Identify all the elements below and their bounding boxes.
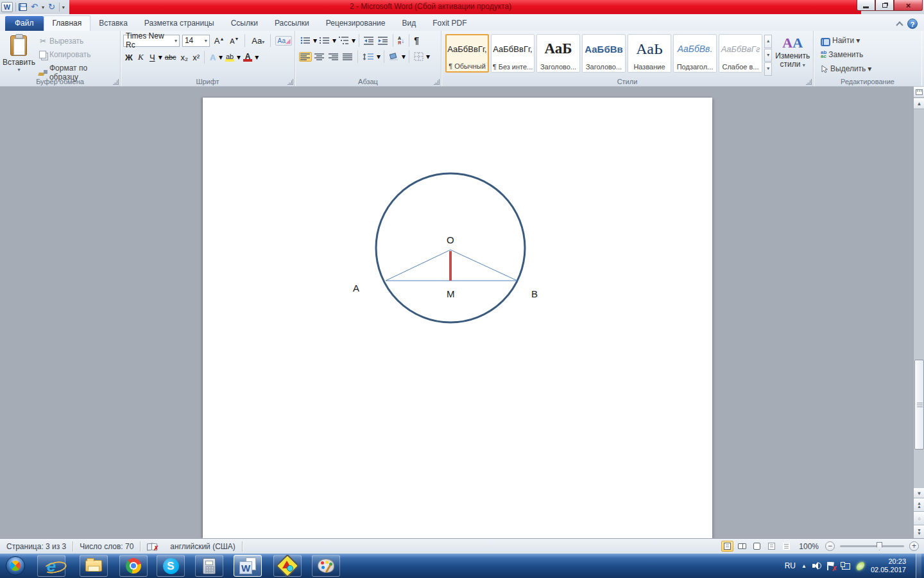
language-indicator[interactable]: английский (США) xyxy=(164,542,241,551)
underline-button[interactable]: Ч xyxy=(147,52,158,63)
style-no-spacing[interactable]: АаБбВвГг, ¶ Без инте... xyxy=(491,34,535,73)
copy-button[interactable]: Копировать xyxy=(37,49,119,60)
styles-scroll-down-icon[interactable]: ▼ xyxy=(764,49,772,62)
style-heading2[interactable]: АаБбВв Заголово... xyxy=(582,34,626,73)
save-icon[interactable] xyxy=(19,3,27,11)
style-heading1[interactable]: АаБ Заголово... xyxy=(536,34,580,73)
text-effects-dropdown-icon[interactable]: ▾ xyxy=(219,53,223,62)
font-family-combobox[interactable]: Times New Rc ▾ xyxy=(123,35,180,47)
zoom-out-icon[interactable]: − xyxy=(825,541,835,551)
increase-indent-button[interactable] xyxy=(377,35,389,46)
sort-button[interactable]: АЯ ↓ xyxy=(397,35,406,46)
start-button[interactable] xyxy=(3,554,28,577)
ruler-toggle-button[interactable] xyxy=(914,87,924,98)
clear-formatting-button[interactable]: Аа◢ xyxy=(275,36,292,46)
text-effects-button[interactable]: А xyxy=(207,52,218,63)
bullets-dropdown-icon[interactable]: ▾ xyxy=(313,36,317,45)
styles-scroll-up-icon[interactable]: ▲ xyxy=(764,35,772,48)
page-indicator[interactable]: Страница: 3 из 3 xyxy=(0,542,73,551)
geometry-figure[interactable]: O A M B xyxy=(203,98,712,538)
network-icon[interactable] xyxy=(841,562,850,570)
numbering-button[interactable] xyxy=(318,35,331,46)
show-desktop-button[interactable] xyxy=(916,554,921,578)
tab-insert[interactable]: Вставка xyxy=(90,16,136,31)
taskbar-calculator-button[interactable] xyxy=(195,555,223,577)
change-case-button[interactable]: Аа▾ xyxy=(250,35,265,46)
borders-button[interactable] xyxy=(413,51,425,62)
grow-font-button[interactable]: А▲ xyxy=(212,35,225,46)
font-dialog-launcher-icon[interactable] xyxy=(287,79,293,85)
font-size-dropdown-icon[interactable]: ▾ xyxy=(202,38,207,44)
highlight-button[interactable]: ab xyxy=(223,53,236,62)
multilevel-list-button[interactable] xyxy=(338,35,350,46)
taskbar-word-button[interactable]: W xyxy=(234,555,262,577)
document-page[interactable]: O A M B xyxy=(203,98,712,538)
zoom-in-icon[interactable]: + xyxy=(909,541,919,551)
tab-home[interactable]: Главная xyxy=(44,15,91,31)
bold-button[interactable]: Ж xyxy=(123,52,135,63)
line-spacing-dropdown-icon[interactable]: ▾ xyxy=(377,52,381,61)
taskbar-explorer-button[interactable] xyxy=(80,555,108,577)
tab-view[interactable]: Вид xyxy=(393,16,424,31)
change-styles-button[interactable]: АА Изменить стили ▾ xyxy=(773,33,812,76)
next-page-button[interactable]: ▼▼ xyxy=(914,525,924,538)
paragraph-dialog-launcher-icon[interactable] xyxy=(434,79,440,85)
tab-review[interactable]: Рецензирование xyxy=(318,16,394,31)
restore-button[interactable] xyxy=(875,0,894,11)
highlight-dropdown-icon[interactable]: ▾ xyxy=(237,53,241,62)
decrease-indent-button[interactable] xyxy=(363,35,375,46)
font-family-dropdown-icon[interactable]: ▾ xyxy=(172,38,177,44)
word-app-icon[interactable]: W xyxy=(1,2,13,12)
shrink-font-button[interactable]: А▼ xyxy=(228,36,240,46)
tab-page-layout[interactable]: Разметка страницы xyxy=(136,16,223,31)
select-dropdown-icon[interactable]: ▾ xyxy=(868,64,871,73)
reading-view-button[interactable] xyxy=(736,541,748,552)
scroll-up-icon[interactable]: ▲ xyxy=(914,98,924,109)
style-subtle-emphasis[interactable]: АаБбВвГг Слабое в... xyxy=(719,34,762,73)
action-center-flag-icon[interactable]: ✗ xyxy=(827,562,835,570)
align-right-button[interactable] xyxy=(327,52,340,62)
subscript-button[interactable]: x₂ xyxy=(179,52,191,63)
close-button[interactable]: × xyxy=(894,0,923,11)
leaf-tray-icon[interactable] xyxy=(855,561,866,570)
draft-view-button[interactable] xyxy=(780,541,792,552)
word-count[interactable]: Число слов: 70 xyxy=(73,542,140,551)
show-paragraph-marks-button[interactable]: ¶ xyxy=(413,35,420,46)
styles-dialog-launcher-icon[interactable] xyxy=(806,79,812,85)
find-button[interactable]: Найти ▾ xyxy=(819,35,920,46)
strikethrough-button[interactable]: abc xyxy=(163,53,178,62)
multilevel-dropdown-icon[interactable]: ▾ xyxy=(352,36,355,45)
clock[interactable]: 20:23 02.05.2017 xyxy=(871,557,910,574)
find-dropdown-icon[interactable]: ▾ xyxy=(856,36,860,45)
tab-mailings[interactable]: Рассылки xyxy=(266,16,318,31)
vertical-scrollbar[interactable]: ▲ ▼ ▲▲ ○ ▼▼ xyxy=(913,87,924,538)
previous-page-button[interactable]: ▲▲ xyxy=(914,498,924,511)
superscript-button[interactable]: x² xyxy=(191,52,201,63)
taskbar-chrome-button[interactable] xyxy=(119,555,148,577)
style-subtitle[interactable]: АаБбВв. Подзагол... xyxy=(673,34,717,73)
paste-dropdown-icon[interactable]: ▾ xyxy=(17,67,20,73)
print-layout-view-button[interactable] xyxy=(721,541,733,552)
underline-dropdown-icon[interactable]: ▾ xyxy=(158,53,162,62)
tab-references[interactable]: Ссылки xyxy=(223,16,266,31)
select-button[interactable]: Выделить ▾ xyxy=(819,63,920,74)
font-size-combobox[interactable]: 14 ▾ xyxy=(182,35,210,47)
zoom-slider-thumb[interactable] xyxy=(877,542,882,550)
undo-icon[interactable]: ↶ xyxy=(30,2,39,12)
shading-button[interactable] xyxy=(388,51,400,62)
tab-file[interactable]: Файл xyxy=(5,16,44,31)
select-browse-object-button[interactable]: ○ xyxy=(914,511,924,525)
font-color-button[interactable]: А xyxy=(241,53,254,62)
shading-dropdown-icon[interactable]: ▾ xyxy=(402,52,406,61)
styles-gallery-more-icon[interactable]: ▼ xyxy=(764,62,772,76)
italic-button[interactable]: К xyxy=(135,51,146,63)
help-icon[interactable]: ? xyxy=(907,19,918,29)
collapse-ribbon-icon[interactable] xyxy=(896,21,903,28)
font-color-dropdown-icon[interactable]: ▾ xyxy=(255,53,259,62)
style-normal[interactable]: АаБбВвГг, ¶ Обычный xyxy=(445,34,489,73)
clipboard-dialog-launcher-icon[interactable] xyxy=(113,79,119,85)
undo-dropdown-icon[interactable]: ▾ xyxy=(42,4,44,10)
taskbar-paint-button[interactable] xyxy=(312,555,340,577)
redo-icon[interactable]: ↻ xyxy=(47,2,56,12)
taskbar-geometry-app-button[interactable] xyxy=(273,555,302,577)
